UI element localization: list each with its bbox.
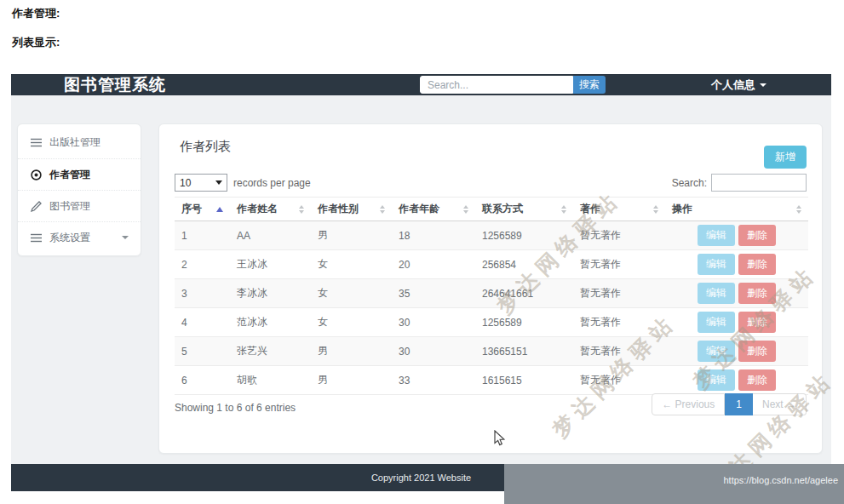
pagination-previous-button[interactable]: ← Previous	[652, 393, 725, 415]
sort-icon	[653, 205, 658, 214]
page-heading-author-management: 作者管理:	[12, 6, 60, 21]
delete-button[interactable]: 删除	[738, 369, 776, 391]
delete-button[interactable]: 删除	[738, 225, 776, 246]
navbar-search-form: 搜索	[420, 76, 606, 94]
cell-contact: 13665151	[475, 337, 573, 366]
cell-actions: 编辑删除	[665, 337, 808, 366]
cell-age: 30	[392, 308, 475, 337]
cell-works: 暂无著作	[573, 279, 665, 308]
cell-actions: 编辑删除	[665, 221, 808, 250]
add-author-button[interactable]: 新增	[764, 146, 807, 169]
edit-button[interactable]: 编辑	[698, 341, 735, 362]
sort-icon	[561, 205, 566, 214]
sort-icon	[796, 205, 801, 214]
column-header-age[interactable]: 作者年龄	[392, 198, 475, 221]
column-header-no[interactable]: 序号	[175, 198, 230, 221]
app-title: 图书管理系统	[64, 74, 166, 95]
csdn-watermark-overlay: https://blog.csdn.net/agelee	[504, 464, 844, 504]
chevron-down-icon	[760, 83, 766, 87]
table-row: 2 王冰冰 女 20 256854 暂无著作 编辑删除	[175, 250, 808, 279]
table-search-label: Search:	[672, 177, 707, 189]
table-controls: 10 records per page Search:	[175, 174, 807, 192]
edit-button[interactable]: 编辑	[698, 225, 735, 246]
cell-name: AA	[230, 221, 311, 250]
cell-age: 20	[392, 250, 475, 279]
chevron-down-icon	[122, 236, 129, 239]
sidebar-item-label: 系统设置	[49, 231, 90, 245]
cell-contact: 256854	[475, 250, 573, 279]
cell-gender: 男	[311, 366, 392, 395]
sidebar-item-label: 作者管理	[49, 168, 90, 182]
pagination-next-button[interactable]: Next →	[753, 393, 807, 415]
cell-gender: 女	[311, 308, 392, 337]
cell-actions: 编辑删除	[665, 279, 808, 308]
delete-button[interactable]: 删除	[738, 341, 776, 362]
delete-button[interactable]: 删除	[738, 254, 776, 275]
records-per-page-select[interactable]: 10	[175, 174, 227, 192]
cell-no: 5	[175, 337, 230, 366]
cell-contact: 1256589	[475, 308, 573, 337]
table-row: 5 张艺兴 男 30 13665151 暂无著作 编辑删除	[175, 337, 808, 366]
cell-works: 暂无著作	[573, 250, 665, 279]
edit-button[interactable]: 编辑	[698, 254, 735, 275]
sort-icon	[299, 205, 304, 214]
column-header-contact[interactable]: 联系方式	[475, 198, 573, 221]
cell-no: 1	[175, 221, 230, 250]
cell-gender: 女	[311, 250, 392, 279]
csdn-watermark-url: https://blog.csdn.net/agelee	[723, 475, 838, 485]
delete-button[interactable]: 删除	[738, 283, 776, 304]
delete-button[interactable]: 删除	[738, 312, 776, 333]
edit-button[interactable]: 编辑	[698, 312, 735, 333]
user-menu-dropdown[interactable]: 个人信息	[711, 74, 766, 95]
cell-no: 3	[175, 279, 230, 308]
sidebar-item-author-management[interactable]: 作者管理	[18, 158, 141, 190]
author-table: 序号 作者姓名 作者性别 作者年龄 联系方式 著作 操作 1 AA 男 18 1…	[175, 197, 808, 395]
column-header-name[interactable]: 作者姓名	[230, 198, 311, 221]
cell-name: 王冰冰	[230, 250, 311, 279]
cell-age: 35	[392, 279, 475, 308]
cell-name: 范冰冰	[230, 308, 311, 337]
cell-actions: 编辑删除	[665, 250, 808, 279]
column-header-works[interactable]: 著作	[573, 198, 665, 221]
panel-title: 作者列表	[180, 139, 231, 155]
copyright-text: Copyright 2021 Website	[371, 472, 471, 483]
column-header-actions[interactable]: 操作	[665, 198, 808, 221]
sidebar-menu: 出版社管理 作者管理 图书管理 系统设置	[17, 123, 141, 256]
sidebar-item-label: 图书管理	[49, 199, 90, 214]
navbar-search-button[interactable]: 搜索	[573, 76, 606, 94]
sort-icon	[463, 205, 468, 214]
cell-gender: 男	[311, 221, 392, 250]
cell-contact: 264641661	[475, 279, 573, 308]
cell-actions: 编辑删除	[665, 308, 808, 337]
pagination-page-1-button[interactable]: 1	[725, 393, 753, 415]
pagination: ← Previous 1 Next →	[652, 393, 807, 415]
pencil-icon	[30, 200, 43, 213]
cell-name: 胡歌	[230, 366, 311, 395]
cell-works: 暂无著作	[573, 221, 665, 250]
records-per-page-label: records per page	[233, 177, 311, 189]
navbar-search-input[interactable]	[420, 76, 573, 94]
list-icon	[30, 232, 43, 244]
user-menu-label: 个人信息	[711, 74, 755, 95]
cell-age: 18	[392, 221, 475, 250]
cell-no: 4	[175, 308, 230, 337]
sort-asc-icon	[216, 207, 223, 212]
sidebar-item-system-settings[interactable]: 系统设置	[18, 221, 141, 253]
table-info-text: Showing 1 to 6 of 6 entries	[175, 402, 296, 414]
table-search-input[interactable]	[711, 174, 807, 192]
table-row: 6 胡歌 男 33 1615615 暂无著作 编辑删除	[175, 366, 808, 395]
chevron-down-icon	[215, 180, 222, 185]
edit-button[interactable]: 编辑	[698, 283, 735, 304]
table-row: 4 范冰冰 女 30 1256589 暂无著作 编辑删除	[175, 308, 808, 337]
cell-contact: 1256589	[475, 221, 573, 250]
edit-button[interactable]: 编辑	[698, 369, 735, 391]
sidebar-item-book-management[interactable]: 图书管理	[18, 190, 141, 221]
cell-gender: 男	[311, 337, 392, 366]
table-header-row: 序号 作者姓名 作者性别 作者年龄 联系方式 著作 操作	[175, 198, 808, 221]
table-search-control: Search:	[672, 174, 807, 192]
records-per-page-value: 10	[180, 177, 191, 189]
sidebar-item-publisher-management[interactable]: 出版社管理	[18, 127, 141, 158]
cell-contact: 1615615	[475, 366, 573, 395]
column-header-gender[interactable]: 作者性别	[311, 198, 392, 221]
page-heading-list-display: 列表显示:	[12, 35, 60, 50]
